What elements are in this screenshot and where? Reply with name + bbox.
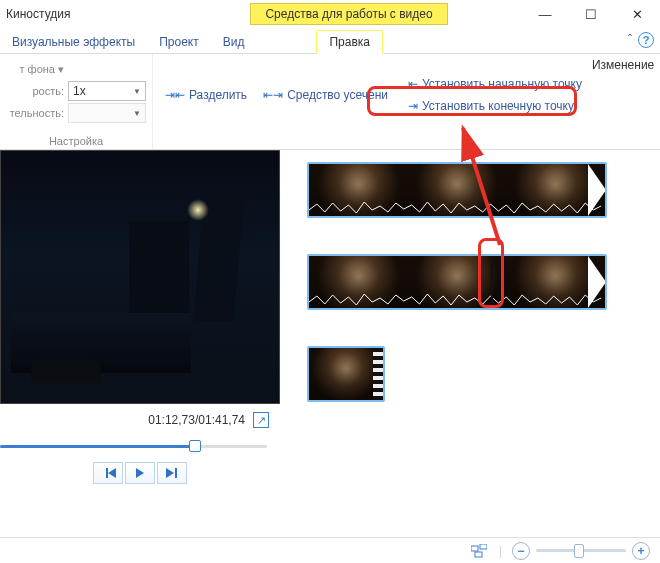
maximize-button[interactable]: ☐ [568, 0, 614, 28]
work-area: 01:12,73/01:41,74 ↗ [0, 150, 660, 535]
trim-icon: ⇤⇥ [263, 88, 283, 102]
group-label-change: Изменение [592, 58, 654, 131]
tab-edit[interactable]: Правка [316, 30, 383, 54]
tab-visual-effects[interactable]: Визуальные эффекты [0, 31, 147, 53]
set-end-point-button[interactable]: ⇥Установить конечную точку [402, 97, 588, 115]
svg-rect-3 [475, 552, 482, 557]
seek-thumb[interactable] [189, 440, 201, 452]
set-start-point-button[interactable]: ⇤Установить начальную точку [402, 75, 588, 93]
start-point-icon: ⇤ [408, 77, 418, 91]
speed-value: 1x [73, 84, 86, 98]
duration-label: тельность: [6, 107, 64, 119]
zoom-out-button[interactable]: − [512, 542, 530, 560]
group-label-settings: Настройка [0, 135, 152, 147]
video-preview[interactable] [0, 150, 280, 404]
app-title: Киностудия [6, 7, 70, 21]
close-button[interactable]: ✕ [614, 0, 660, 28]
contextual-tab-label: Средства для работы с видео [250, 3, 447, 25]
zoom-slider[interactable] [536, 549, 626, 552]
zoom-control: − + [512, 542, 650, 560]
speed-combo[interactable]: 1x ▼ [68, 81, 146, 101]
timeline-clip[interactable] [307, 254, 607, 310]
ribbon: т фона ▾ рость: 1x ▼ тельность: ▼ Настро… [0, 54, 660, 150]
thumbnails-view-icon[interactable] [469, 541, 489, 561]
timeline-clip[interactable] [307, 162, 607, 218]
zoom-thumb[interactable] [574, 544, 584, 558]
svg-rect-1 [471, 546, 478, 551]
end-point-icon: ⇥ [408, 99, 418, 113]
title-bar: Киностудия Средства для работы с видео —… [0, 0, 660, 28]
timeline-clip[interactable] [307, 346, 385, 402]
status-bar: | − + [0, 537, 660, 563]
chevron-down-icon: ▼ [133, 87, 141, 96]
preview-pane: 01:12,73/01:41,74 ↗ [0, 150, 285, 535]
seek-bar[interactable] [0, 436, 279, 456]
ribbon-collapse-icon[interactable]: ˆ [628, 33, 632, 47]
split-button[interactable]: ⇥⇤Разделить [159, 86, 253, 104]
svg-rect-2 [480, 544, 487, 549]
tab-view[interactable]: Вид [211, 31, 257, 53]
playback-controls [0, 462, 279, 484]
fullscreen-icon[interactable]: ↗ [253, 412, 269, 428]
ribbon-tabs: Визуальные эффекты Проект Вид Правка ˆ ? [0, 28, 660, 54]
split-icon: ⇥⇤ [165, 88, 185, 102]
timeline-playhead[interactable] [491, 254, 493, 310]
chevron-down-icon: ▼ [133, 109, 141, 118]
timecode: 01:12,73/01:41,74 ↗ [0, 412, 279, 428]
zoom-in-button[interactable]: + [632, 542, 650, 560]
help-icon[interactable]: ? [638, 32, 654, 48]
play-button[interactable] [125, 462, 155, 484]
next-frame-button[interactable] [157, 462, 187, 484]
duration-combo: ▼ [68, 103, 146, 123]
minimize-button[interactable]: — [522, 0, 568, 28]
timeline-pane[interactable] [285, 150, 660, 535]
background-label: т фона ▾ [6, 63, 64, 76]
prev-frame-button[interactable] [93, 462, 123, 484]
trim-tool-button[interactable]: ⇤⇥Средство усечени [257, 86, 394, 104]
speed-label: рость: [6, 85, 64, 97]
tab-project[interactable]: Проект [147, 31, 211, 53]
